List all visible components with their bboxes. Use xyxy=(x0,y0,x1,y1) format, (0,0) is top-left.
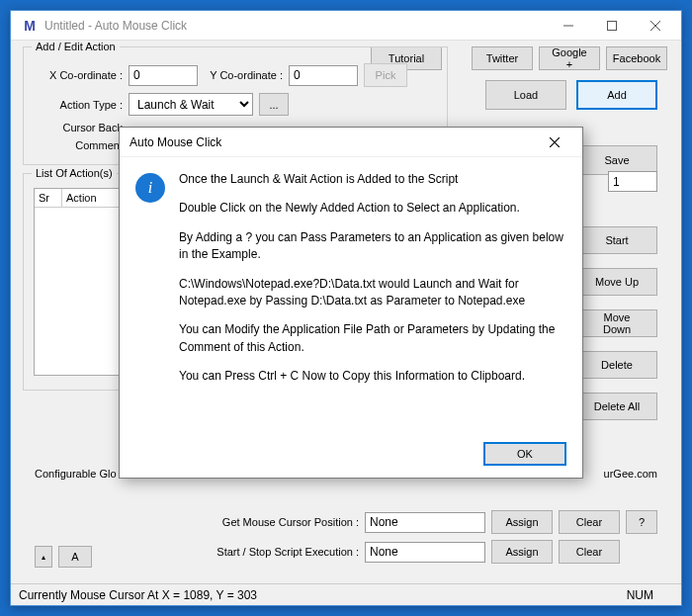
dialog-text: Once the Launch & Wait Action is Added t… xyxy=(179,171,566,397)
link-suffix[interactable]: urGee.com xyxy=(604,468,657,480)
x-coord-label: X Co-ordinate : xyxy=(34,69,123,81)
delete-button[interactable]: Delete xyxy=(576,351,657,379)
action-type-label: Action Type : xyxy=(34,99,123,111)
table-header: Sr Action xyxy=(35,189,131,208)
dialog-p4: C:\Windows\Notepad.exe?D:\Data.txt would… xyxy=(179,276,566,310)
right-column-actions: Start Move Up Move Down Delete Delete Al… xyxy=(576,226,657,420)
dialog-footer: OK xyxy=(483,442,566,466)
repeat-count-input[interactable] xyxy=(608,171,657,192)
dialog-titlebar: Auto Mouse Click xyxy=(120,128,582,157)
dialog-p3: By Adding a ? you can Pass Parameters to… xyxy=(179,229,566,264)
status-numlock: NUM xyxy=(627,588,653,602)
clear-cursor-button[interactable]: Clear xyxy=(559,510,620,534)
status-bar: Currently Mouse Cursor At X = 1089, Y = … xyxy=(11,583,681,605)
start-button[interactable]: Start xyxy=(576,226,657,254)
info-dialog: Auto Mouse Click i Once the Launch & Wai… xyxy=(119,127,583,479)
dialog-p1: Once the Launch & Wait Action is Added t… xyxy=(179,171,566,188)
titlebar: M Untitled - Auto Mouse Click xyxy=(11,11,681,41)
action-type-select[interactable]: Launch & Wait xyxy=(129,93,253,116)
ok-button[interactable]: OK xyxy=(483,442,566,466)
list-actions-title: List Of Action(s) xyxy=(32,167,117,179)
maximize-button[interactable] xyxy=(590,12,634,40)
bottom-hotkeys: Get Mouse Cursor Position : Assign Clear… xyxy=(11,510,681,570)
comment-label: Comment xyxy=(34,139,123,151)
get-cursor-input[interactable] xyxy=(365,512,485,533)
assign-cursor-button[interactable]: Assign xyxy=(491,510,553,534)
dialog-p5: You can Modify the Application File Path… xyxy=(179,321,566,356)
dialog-close-button[interactable] xyxy=(537,130,572,155)
help-button[interactable]: ? xyxy=(626,510,657,534)
minimize-button[interactable] xyxy=(547,12,590,40)
assign-startstop-button[interactable]: Assign xyxy=(491,540,553,564)
startstop-input[interactable] xyxy=(365,542,485,563)
clear-startstop-button[interactable]: Clear xyxy=(559,540,620,564)
info-icon: i xyxy=(135,173,165,203)
add-button[interactable]: Add xyxy=(576,80,657,110)
dialog-p2: Double Click on the Newly Added Action t… xyxy=(179,200,566,217)
load-button[interactable]: Load xyxy=(485,80,566,110)
svg-rect-1 xyxy=(608,21,617,30)
dialog-p6: You can Press Ctrl + C Now to Copy this … xyxy=(179,368,566,385)
pick-button[interactable]: Pick xyxy=(364,63,407,87)
x-coord-input[interactable] xyxy=(129,65,198,86)
movedown-button[interactable]: Move Down xyxy=(576,309,657,337)
y-coord-label: Y Co-ordinate : xyxy=(204,69,283,81)
action-type-more-button[interactable]: ... xyxy=(259,93,289,116)
window-title: Untitled - Auto Mouse Click xyxy=(44,19,547,33)
spinner-up[interactable]: ▴ xyxy=(35,546,52,568)
edit-action-title: Add / Edit Action xyxy=(32,41,120,52)
col-sr: Sr xyxy=(35,189,62,207)
startstop-label: Start / Stop Script Execution : xyxy=(122,546,359,558)
deleteall-button[interactable]: Delete All xyxy=(576,393,657,420)
spinner-a-button[interactable]: A xyxy=(58,546,92,568)
app-icon: M xyxy=(21,17,39,35)
cursor-back-label: Cursor Back xyxy=(34,122,123,133)
y-coord-input[interactable] xyxy=(289,65,358,86)
right-column-top: Add Save xyxy=(576,80,657,175)
moveup-button[interactable]: Move Up xyxy=(576,268,657,296)
dialog-title: Auto Mouse Click xyxy=(130,135,221,149)
actions-table[interactable]: Sr Action xyxy=(34,188,132,376)
configurable-label: Configurable Glo xyxy=(35,468,117,480)
spinner-controls: ▴ A xyxy=(35,546,92,568)
dialog-body: i Once the Launch & Wait Action is Added… xyxy=(120,157,582,407)
close-button[interactable] xyxy=(634,12,677,40)
get-cursor-label: Get Mouse Cursor Position : xyxy=(122,516,359,528)
status-text: Currently Mouse Cursor At X = 1089, Y = … xyxy=(19,588,257,602)
